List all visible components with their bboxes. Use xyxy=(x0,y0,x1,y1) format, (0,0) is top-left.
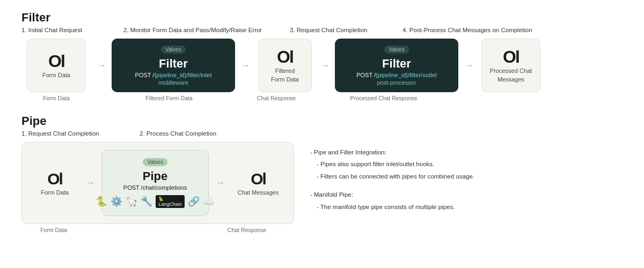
arrow-4: → xyxy=(460,60,477,71)
arrow-2: → xyxy=(237,60,253,71)
filter-diagram: Ol Form Data → Valves Filter POST /{pipe… xyxy=(21,39,623,92)
note-spacer xyxy=(310,183,614,188)
form-data-box: Ol Form Data xyxy=(27,39,86,92)
filtered-label1: Filtered xyxy=(275,68,295,74)
chat-messages-icon: Ol xyxy=(251,171,266,187)
form-data-icon: Ol xyxy=(48,53,64,70)
filter-outlet-box: Valves Filter POST /{pipeline_id}/filter… xyxy=(335,39,458,92)
pipe-box-title: Pipe xyxy=(143,169,167,183)
filter-inlet-sub: middleware xyxy=(158,79,188,86)
filtered-form-data-box: Ol Filtered Form Data xyxy=(258,39,312,92)
framework-icon: 🔗 xyxy=(188,196,200,207)
filtered-form-data-node: Ol Filtered Form Data xyxy=(255,39,314,92)
blabel-4: Processed Chat Response xyxy=(322,95,445,101)
filter-section: Filter 1. Initial Chat Request 2. Monito… xyxy=(21,11,623,101)
openai-icon: ⚙️ xyxy=(111,196,122,207)
pipe-box-route: POST /chat/completions xyxy=(123,184,187,191)
filtered-form-data-icon: Ol xyxy=(277,48,293,65)
pipe-form-data-node: Ol Form Data xyxy=(31,171,79,196)
pipe-section: Pipe 1. Request Chat Completion 2. Proce… xyxy=(21,114,623,233)
note-5: - The manifold type pipe consists of mul… xyxy=(317,202,614,212)
note-4: - Manifold Pipe: xyxy=(310,190,614,199)
filter-step-4: 4. Post-Process Chat Messages on Complet… xyxy=(402,27,623,33)
processed-chat-icon: Ol xyxy=(503,48,519,65)
filter-outlet-route: POST /{pipeline_id}/filter/outlet xyxy=(356,72,437,78)
filter-step-2: 2. Monitor Form Data and Pass/Modify/Rai… xyxy=(123,27,290,33)
note-3: - Filters can be connected with pipes fo… xyxy=(317,172,614,181)
filter-inlet-route: POST /{pipeline_id}/filter/inlet xyxy=(135,72,212,78)
form-data-label: Form Data xyxy=(42,72,70,78)
filter-step-1: 1. Initial Chat Request xyxy=(21,27,123,33)
pipe-arrow-1: → xyxy=(82,177,98,189)
filter-step-3: 3. Request Chat Completion xyxy=(290,27,402,33)
filter-outlet-node: Valves Filter POST /{pipeline_id}/filter… xyxy=(335,39,458,92)
pipe-blabel-2: Chat Response xyxy=(209,227,284,233)
chat-messages-node: Ol Chat Messages xyxy=(231,171,285,196)
pipe-inner-box: Valves Pipe POST /chat/completions 🐍 ⚙️ … xyxy=(101,150,209,216)
pipe-bottom-labels: Form Data Chat Response xyxy=(21,227,623,233)
filtered-label2: Form Data xyxy=(271,76,299,83)
blabel-2: Filtered Form Data xyxy=(107,95,231,101)
route-suffix-inlet: /filter/inlet xyxy=(186,72,211,78)
filter-outlet-sub: post-processor xyxy=(377,79,416,86)
arrow-3: → xyxy=(317,60,333,71)
filter-bottom-labels: Form Data Filtered Form Data Chat Respon… xyxy=(21,95,623,101)
filter-inlet-title: Filter xyxy=(159,57,188,71)
pipe-step-labels: 1. Request Chat Completion 2. Process Ch… xyxy=(21,130,623,137)
valves-badge-inlet: Valves xyxy=(161,46,185,54)
python-icon: 🐍 xyxy=(96,196,107,207)
processed-chat-node: Ol Processed Chat Messages xyxy=(479,39,543,92)
valves-badge-outlet: Valves xyxy=(384,46,408,54)
tool-icon: 🔧 xyxy=(141,196,152,207)
processed-chat-box: Ol Processed Chat Messages xyxy=(481,39,540,92)
pipe-form-data-label: Form Data xyxy=(41,189,69,196)
pipe-title: Pipe xyxy=(21,114,623,128)
route-path-outlet: {pipeline_id} xyxy=(376,72,408,78)
pipe-step-2: 2. Process Chat Completion xyxy=(140,130,623,137)
llama-icon: 🦙 xyxy=(126,196,137,207)
pipe-form-data-icon: Ol xyxy=(47,171,62,187)
pipe-valves-badge: Valves xyxy=(143,158,167,166)
pipe-step-1: 1. Request Chat Completion xyxy=(21,130,140,137)
blabel-1: Form Data xyxy=(21,95,91,101)
filter-step-labels: 1. Initial Chat Request 2. Monitor Form … xyxy=(21,27,623,33)
form-data-node: Ol Form Data xyxy=(21,39,91,92)
blabel-3: Chat Response xyxy=(247,95,306,101)
route-suffix-outlet: /filter/outlet xyxy=(408,72,437,78)
pipe-outer-box: Ol Form Data → Valves Pipe POST /chat/co… xyxy=(21,142,294,224)
chat-messages-label: Chat Messages xyxy=(238,189,279,196)
filter-outlet-title: Filter xyxy=(382,57,411,71)
filter-inlet-box: Valves Filter POST /{pipeline_id}/filter… xyxy=(112,39,235,92)
arrow-1: → xyxy=(93,60,109,71)
pipe-notes: - Pipe and Filter Integration: - Pipes a… xyxy=(294,142,623,224)
pipe-main-row: Ol Form Data → Valves Pipe POST /chat/co… xyxy=(21,142,623,224)
filter-inlet-node: Valves Filter POST /{pipeline_id}/filter… xyxy=(112,39,235,92)
pipe-arrow-2: → xyxy=(212,177,228,189)
pipe-integration-icons: 🐍 ⚙️ 🦙 🔧 🦜 LangChain 🔗 ☁️ xyxy=(96,195,215,208)
langchain-badge: 🦜 LangChain xyxy=(156,195,185,208)
processed-chat-label1: Processed Chat xyxy=(490,68,532,74)
processed-chat-label2: Messages xyxy=(497,76,524,83)
note-1: - Pipe and Filter Integration: xyxy=(310,147,614,157)
cloud-icon: ☁️ xyxy=(203,196,215,207)
note-2: - Pipes also support filter inlet/outlet… xyxy=(317,159,614,169)
route-path-inlet: {pipeline_id} xyxy=(154,72,186,78)
pipe-blabel-1: Form Data xyxy=(21,227,86,233)
filter-title: Filter xyxy=(21,11,623,25)
